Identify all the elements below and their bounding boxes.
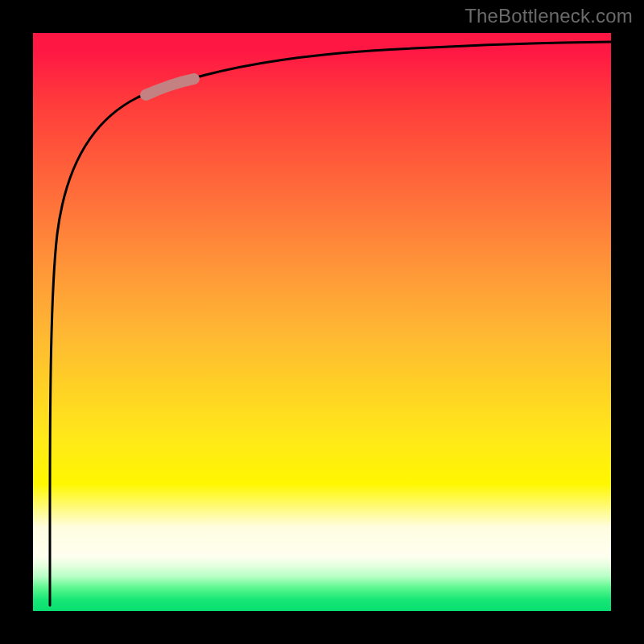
marker-band-path bbox=[146, 79, 194, 95]
plot-frame bbox=[33, 33, 611, 611]
chart-stage: TheBottleneck.com bbox=[0, 0, 644, 644]
curve-layer bbox=[33, 33, 611, 611]
main-curve-path bbox=[50, 42, 611, 605]
attribution-text: TheBottleneck.com bbox=[464, 5, 633, 27]
